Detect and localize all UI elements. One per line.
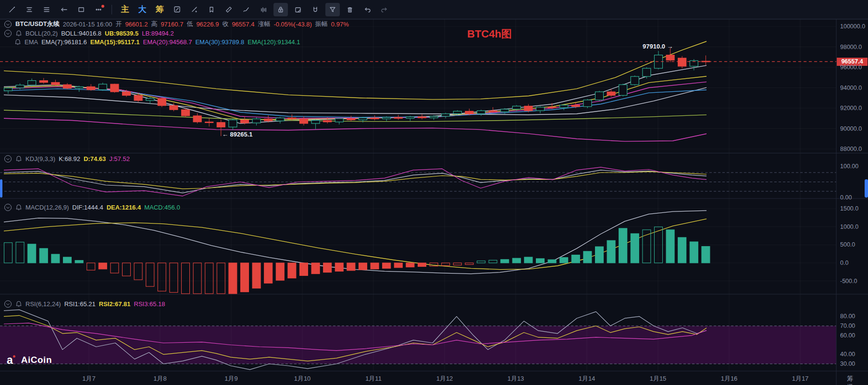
axis-label: 96000.0 xyxy=(840,64,867,71)
collapse-chevron-icon[interactable] xyxy=(4,203,12,211)
ema30-value: EMA(30):93789.8 xyxy=(195,38,244,46)
high-price-annotation: 97910.0 → xyxy=(643,43,673,50)
kdj-name[interactable]: KDJ(9,3,3) xyxy=(25,155,55,162)
collapse-chevron-icon[interactable] xyxy=(4,155,12,163)
ema120-value: EMA(120):91344.1 xyxy=(248,38,300,46)
axis-label: 30.00 xyxy=(840,360,867,367)
axis-label: 0.0 xyxy=(840,260,867,266)
alert-bell-icon[interactable] xyxy=(15,204,22,211)
macd-histogram xyxy=(4,227,710,294)
kdj-j-value: J:57.52 xyxy=(109,155,130,162)
axis-label: 88000.0 xyxy=(840,146,867,152)
change-label: 涨幅 xyxy=(258,20,270,28)
axis-label: 1500.0 xyxy=(840,205,867,212)
time-label: 1月13 xyxy=(508,374,524,383)
ema7-value: EMA(7):96181.6 xyxy=(41,38,87,46)
rsi-row: RSI(6,12,24) RSI1:65.21 RSI2:67.81 RSI3:… xyxy=(4,300,165,308)
open-label: 开 xyxy=(115,20,122,28)
symbol-row: BTC/USDT永续 2026-01-15 16:00 开 96601.2 高 … xyxy=(4,20,349,28)
ema20-value: EMA(20):94568.7 xyxy=(143,38,192,46)
logo-red-dot xyxy=(13,355,15,358)
rsi3-value: RSI3:65.18 xyxy=(134,300,165,308)
axis-label: 1000.0 xyxy=(840,224,867,230)
logo-mark: a xyxy=(7,355,13,365)
kdj-d-value: D:74.63 xyxy=(84,155,106,162)
boll-lb-value: LB:89494.2 xyxy=(142,30,174,37)
high-value: 97160.7 xyxy=(161,21,183,28)
alert-bell-icon[interactable] xyxy=(14,38,21,46)
alert-bell-icon[interactable] xyxy=(15,300,22,308)
collapse-chevron-icon[interactable] xyxy=(4,29,12,37)
axis-label: 60.00 xyxy=(840,332,867,339)
axis-label: 0.00 xyxy=(840,194,867,201)
time-label: 1月17 xyxy=(792,374,809,383)
kdj-row: KDJ(9,3,3) K:68.92 D:74.63 J:57.52 xyxy=(4,155,130,163)
axis-label: 94000.0 xyxy=(840,85,867,91)
boll-row: BOLL(20,2) BOLL:94016.8 UB:98539.5 LB:89… xyxy=(4,29,174,37)
axis-label: 100.00 xyxy=(840,163,867,170)
axis-label: 500.0 xyxy=(840,241,867,248)
change-value: -0.05%(-43.8) xyxy=(273,21,311,28)
chart-canvas[interactable] xyxy=(0,0,868,385)
axis-label: 100000.0 xyxy=(840,23,867,30)
axis-label: 92000.0 xyxy=(840,105,867,112)
axis-label: 90000.0 xyxy=(840,125,867,132)
macd-name[interactable]: MACD(12,26,9) xyxy=(25,204,69,211)
rsi2-value: RSI2:67.81 xyxy=(99,300,131,308)
close-value: 96557.4 xyxy=(232,21,254,28)
time-label: 1月9 xyxy=(224,374,237,383)
corner-chip-burst-buttons[interactable]: 筹 爆 xyxy=(847,374,868,385)
left-pane-scroll-thumb[interactable] xyxy=(0,179,2,198)
candle-datetime: 2026-01-15 16:00 xyxy=(63,21,112,28)
time-label: 1月16 xyxy=(721,374,738,383)
kdj-k-value: K:68.92 xyxy=(59,155,80,162)
time-label: 1月8 xyxy=(153,374,166,383)
series-BOLL-LB xyxy=(4,118,707,141)
macd-dea-value: DEA:1216.4 xyxy=(107,204,141,211)
time-label: 1月7 xyxy=(82,374,95,383)
axis-label: -500.0 xyxy=(840,278,867,285)
close-label: 收 xyxy=(222,20,228,28)
ema-row: EMA EMA(7):96181.6 EMA(15):95117.1 EMA(2… xyxy=(14,38,300,46)
trading-app: 主 大 筹 BTC/USDT永续 2026-01-15 16:00 开 9660… xyxy=(0,0,868,385)
time-label: 1月14 xyxy=(579,374,595,383)
high-label: 高 xyxy=(151,20,157,28)
time-label: 1月15 xyxy=(650,374,667,383)
low-label: 低 xyxy=(186,20,193,28)
rsi-name[interactable]: RSI(6,12,24) xyxy=(25,300,61,308)
low-value: 96226.9 xyxy=(196,21,219,28)
time-label: 1月11 xyxy=(365,374,382,383)
ema-name[interactable]: EMA xyxy=(25,38,38,46)
alert-bell-icon[interactable] xyxy=(15,155,22,162)
macd-dif-value: DIF:1444.4 xyxy=(72,204,103,211)
axis-label: 70.00 xyxy=(840,323,867,329)
logo-text: AiCoin xyxy=(21,355,52,365)
boll-ub-value: UB:98539.5 xyxy=(105,30,138,37)
rsi-band xyxy=(0,326,836,364)
collapse-chevron-icon[interactable] xyxy=(4,300,12,308)
rsi1-value: RSI1:65.21 xyxy=(64,300,96,308)
collapse-chevron-icon[interactable] xyxy=(4,20,12,28)
boll-mid-value: BOLL:94016.8 xyxy=(61,30,101,37)
time-label: 1月12 xyxy=(436,374,453,383)
time-label: 1月10 xyxy=(294,374,311,383)
amplitude-label: 振幅 xyxy=(315,20,328,28)
macd-row: MACD(12,26,9) DIF:1444.4 DEA:1216.4 MACD… xyxy=(4,203,180,211)
aicoin-logo: a AiCoin xyxy=(7,355,52,365)
amplitude-value: 0.97% xyxy=(331,21,349,28)
chart-watermark-title: BTC4h图 xyxy=(467,27,512,41)
open-value: 96601.2 xyxy=(125,21,148,28)
symbol-name[interactable]: BTC/USDT永续 xyxy=(15,20,60,28)
boll-name[interactable]: BOLL(20,2) xyxy=(25,30,58,37)
alert-bell-icon[interactable] xyxy=(15,30,22,37)
axis-label: 80.00 xyxy=(840,313,867,320)
low-price-annotation: ← 89265.1 xyxy=(222,131,253,138)
axis-label: 98000.0 xyxy=(840,44,867,50)
ema15-value: EMA(15):95117.1 xyxy=(90,38,140,46)
axis-label: 40.00 xyxy=(840,351,867,358)
macd-hist-value: MACD:456.0 xyxy=(144,204,180,211)
